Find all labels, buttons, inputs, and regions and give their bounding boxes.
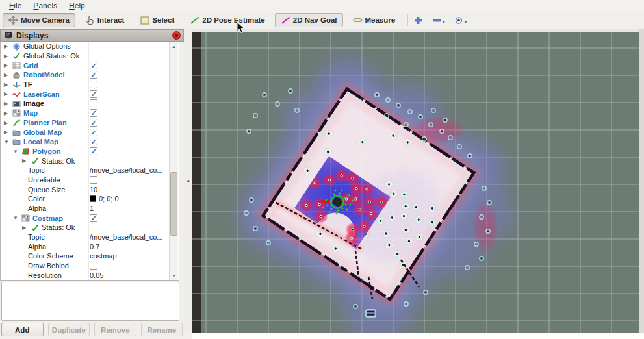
tree-scrollbar[interactable]: ▲ ▼ [169, 42, 178, 280]
collapse-arrow-icon[interactable]: ▶ [22, 225, 26, 231]
expand-arrow-icon[interactable]: ▼ [13, 149, 18, 155]
tree-row-map[interactable]: ▶Map✓ [1, 108, 179, 118]
menu-panels[interactable]: Panels [28, 1, 62, 11]
property-value[interactable]: 10 [90, 186, 97, 194]
scroll-down-icon[interactable]: ▼ [170, 271, 178, 280]
property-value[interactable]: 0.7 [90, 243, 99, 251]
tree-row-resolution[interactable]: Resolution0.05 [1, 271, 179, 281]
tree-label: Local Map [23, 138, 58, 145]
scroll-up-icon[interactable]: ▲ [170, 42, 178, 51]
tree-label: Grid [23, 62, 38, 69]
checkbox-checked[interactable]: ✓ [90, 119, 97, 127]
expand-arrow-icon[interactable]: ▼ [4, 139, 9, 145]
collapse-arrow-icon[interactable]: ▶ [4, 44, 8, 49]
property-value[interactable]: 0.05 [90, 271, 103, 279]
tree-row-grid[interactable]: ▶Grid✓ [1, 60, 179, 70]
add-tool-plus-button[interactable] [413, 16, 423, 25]
mouse-cursor [237, 21, 245, 34]
tool-interact[interactable]: Interact [79, 13, 131, 27]
property-value[interactable]: 1 [90, 205, 94, 212]
tree-row-costmap[interactable]: ▼Costmap✓ [1, 213, 179, 223]
splitter-collapse-icon[interactable]: ◂ [187, 178, 189, 184]
tree-row-laserscan[interactable]: ▶LaserScan✓ [1, 89, 179, 99]
checkbox-unchecked[interactable] [90, 99, 97, 107]
tree-row-queue-size[interactable]: Queue Size10 [1, 184, 179, 194]
expand-arrow-icon[interactable]: ▼ [13, 215, 18, 221]
tree-row-color[interactable]: Color0; 0; 0 [1, 194, 179, 204]
rviz-scene[interactable] [192, 32, 639, 333]
property-value[interactable]: /move_base/local_co... [90, 233, 163, 241]
tree-row-global-options[interactable]: ▶Global Options [1, 42, 179, 51]
checkbox-checked[interactable]: ✓ [90, 214, 97, 222]
collapse-arrow-icon[interactable]: ▶ [22, 158, 26, 164]
tree-row-topic[interactable]: Topic/move_base/local_co... [1, 232, 179, 242]
collapse-arrow-icon[interactable]: ▶ [4, 120, 8, 126]
toolbar-separator [407, 14, 408, 26]
displays-panel-header[interactable]: Displays [0, 29, 184, 42]
property-value[interactable]: /move_base/local_co... [90, 166, 163, 174]
rviz-3d-viewport[interactable] [192, 32, 639, 333]
tool-2d-nav-goal[interactable]: 2D Nav Goal [275, 13, 343, 27]
collapse-arrow-icon[interactable]: ▶ [4, 129, 8, 135]
checkbox-checked[interactable]: ✓ [90, 71, 97, 79]
tree-row-tf[interactable]: ▶TF [1, 80, 179, 90]
checkbox-checked[interactable]: ✓ [90, 90, 97, 98]
tree-row-planner-plan[interactable]: ▶Planner Plan✓ [1, 118, 179, 128]
tree-row-topic[interactable]: Topic/move_base/local_co... [1, 166, 179, 175]
dropdown-arrow-icon[interactable]: ▾ [465, 19, 467, 25]
panel-splitter[interactable]: ◂ [184, 29, 192, 333]
property-value[interactable]: 0; 0; 0 [99, 195, 119, 203]
tree-row-global-status-ok[interactable]: ▶Global Status: Ok [1, 51, 179, 61]
tree-row-local-map[interactable]: ▼Local Map✓ [1, 137, 179, 147]
checkbox-checked[interactable]: ✓ [90, 138, 97, 145]
checkbox-checked[interactable]: ✓ [90, 129, 97, 136]
checkbox-checked[interactable]: ✓ [90, 109, 97, 117]
tree-row-color-scheme[interactable]: Color Schemecostmap [1, 251, 179, 261]
checkbox-unchecked[interactable] [90, 176, 97, 184]
interact-hand-icon [85, 16, 95, 25]
scrollbar-thumb[interactable] [170, 172, 177, 236]
tree-row-polygon[interactable]: ▼Polygon✓ [1, 147, 179, 157]
collapse-arrow-icon[interactable]: ▶ [4, 53, 8, 59]
focus-camera-button[interactable]: ▾ [454, 16, 467, 25]
tree-label: Color Scheme [28, 252, 73, 260]
collapse-arrow-icon[interactable]: ▶ [4, 82, 8, 88]
checkbox-unchecked[interactable] [90, 81, 97, 88]
checkbox-unchecked[interactable] [90, 262, 97, 270]
panel-close-button[interactable] [172, 31, 181, 40]
tree-label: Resolution [28, 271, 62, 279]
tree-row-global-map[interactable]: ▶Global Map✓ [1, 127, 179, 137]
remove-button[interactable]: Remove [94, 323, 136, 336]
collapse-arrow-icon[interactable]: ▶ [4, 72, 8, 78]
tree-row-unreliable[interactable]: Unreliable [1, 175, 179, 185]
window-right-edge [639, 29, 644, 333]
displays-tree: ▶Global Options▶Global Status: Ok▶Grid✓▶… [0, 42, 179, 281]
checkbox-checked[interactable]: ✓ [90, 62, 97, 69]
property-value[interactable]: costmap [90, 252, 117, 260]
tool-move-camera[interactable]: Move Camera [3, 13, 75, 27]
tree-row-draw-behind[interactable]: Draw Behind [1, 261, 179, 271]
add-button[interactable]: Add [1, 323, 44, 336]
tree-row-status-ok[interactable]: ▶Status: Ok [1, 223, 179, 232]
collapse-arrow-icon[interactable]: ▶ [4, 110, 8, 116]
remove-tool-minus-button[interactable]: ▾ [432, 16, 445, 25]
collapse-arrow-icon[interactable]: ▶ [4, 91, 8, 97]
checkbox-checked[interactable]: ✓ [90, 147, 97, 155]
collapse-arrow-icon[interactable]: ▶ [4, 101, 8, 107]
menu-file[interactable]: File [4, 1, 27, 11]
tool-2d-pose-estimate[interactable]: 2D Pose Estimate [184, 13, 271, 27]
tree-row-alpha[interactable]: Alpha1 [1, 204, 179, 214]
nav-goal-arrow-icon [281, 16, 290, 25]
tool-measure[interactable]: Measure [347, 13, 402, 27]
menu-help[interactable]: Help [64, 1, 90, 11]
duplicate-button[interactable]: Duplicate [48, 323, 90, 336]
tree-row-alpha[interactable]: Alpha0.7 [1, 242, 179, 251]
color-swatch[interactable] [90, 195, 96, 202]
tool-select[interactable]: Select [134, 13, 180, 27]
tree-row-robotmodel[interactable]: ▶RobotModel✓ [1, 70, 179, 80]
dropdown-arrow-icon[interactable]: ▾ [443, 19, 445, 25]
tree-row-status-ok[interactable]: ▶Status: Ok [1, 156, 179, 166]
collapse-arrow-icon[interactable]: ▶ [4, 62, 8, 68]
rename-button[interactable]: Rename [141, 323, 183, 336]
tree-row-image[interactable]: ▶Image [1, 99, 179, 108]
